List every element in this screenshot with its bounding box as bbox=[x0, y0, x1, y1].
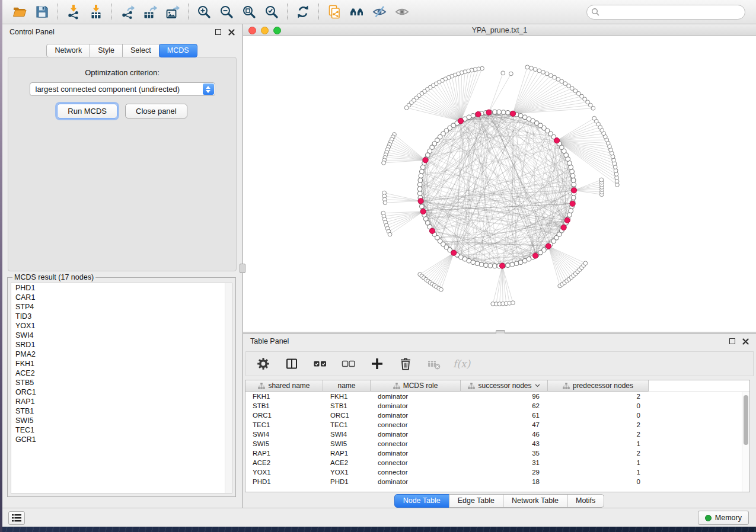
mcds-node-item[interactable]: FKH1 bbox=[11, 359, 232, 368]
show-panels-button[interactable] bbox=[8, 511, 25, 525]
mcds-list-scrollbar[interactable] bbox=[225, 283, 232, 493]
column-header-shared-name[interactable]: shared name bbox=[245, 380, 323, 392]
close-panel-button[interactable]: Close panel bbox=[125, 104, 187, 118]
table-row[interactable]: YOX1YOX1connector291 bbox=[245, 467, 749, 477]
table-scrollbar-thumb[interactable] bbox=[744, 395, 748, 445]
table-row[interactable]: TEC1TEC1connector472 bbox=[245, 420, 749, 430]
table-cell: 61 bbox=[461, 412, 548, 419]
control-panel-tabs: NetworkStyleSelectMCDS bbox=[2, 44, 242, 57]
network-graph[interactable] bbox=[243, 36, 756, 332]
first-neighbors-icon[interactable] bbox=[347, 2, 366, 21]
table-cell: SWI5 bbox=[245, 440, 323, 447]
select-all-columns-icon[interactable] bbox=[311, 354, 330, 373]
close-panel-icon[interactable] bbox=[228, 29, 235, 36]
column-header-name[interactable]: name bbox=[323, 380, 371, 392]
tab-network-table[interactable]: Network Table bbox=[503, 494, 567, 508]
column-header-filler bbox=[649, 380, 749, 392]
column-header-mcds-role[interactable]: MCDS role bbox=[371, 380, 461, 392]
mcds-node-item[interactable]: TID3 bbox=[11, 312, 232, 321]
show-column-panel-icon[interactable] bbox=[282, 354, 301, 373]
import-network-icon[interactable] bbox=[64, 2, 83, 21]
close-panel-icon[interactable] bbox=[742, 338, 749, 345]
mcds-node-item[interactable]: STP4 bbox=[11, 302, 232, 312]
table-cell: 47 bbox=[461, 421, 548, 428]
mcds-node-item[interactable]: STB5 bbox=[11, 378, 232, 387]
unselect-all-columns-icon[interactable] bbox=[339, 354, 358, 373]
table-cell: ORC1 bbox=[323, 412, 371, 419]
table-row[interactable]: FKH1FKH1dominator962 bbox=[245, 392, 749, 401]
vertical-splitter-handle[interactable] bbox=[240, 264, 245, 273]
mcds-node-item[interactable]: CAR1 bbox=[11, 293, 232, 302]
mcds-node-item[interactable]: SWI5 bbox=[11, 416, 232, 425]
export-network-icon[interactable] bbox=[118, 2, 137, 21]
mcds-node-item[interactable]: GCR1 bbox=[11, 435, 232, 444]
create-column-icon[interactable] bbox=[368, 354, 387, 373]
export-table-icon[interactable] bbox=[141, 2, 160, 21]
table-row[interactable]: RAP1RAP1dominator352 bbox=[245, 448, 749, 458]
table-cell: 0 bbox=[548, 478, 649, 485]
table-cell: SWI4 bbox=[245, 431, 323, 438]
hide-selected-icon[interactable] bbox=[370, 2, 389, 21]
table-cell: dominator bbox=[371, 431, 461, 438]
table-cell: dominator bbox=[371, 393, 461, 400]
mcds-node-item[interactable]: RAP1 bbox=[11, 397, 232, 406]
node-table[interactable]: shared namenameMCDS rolesuccessor nodesp… bbox=[245, 380, 750, 492]
tab-edge-table[interactable]: Edge Table bbox=[449, 494, 503, 508]
memory-button[interactable]: Memory bbox=[698, 511, 749, 525]
table-cell: 2 bbox=[548, 431, 649, 438]
main-toolbar bbox=[2, 0, 756, 24]
tab-network[interactable]: Network bbox=[46, 44, 90, 57]
table-cell: STB1 bbox=[245, 402, 323, 409]
table-row[interactable]: PHD1PHD1dominator180 bbox=[245, 477, 749, 486]
run-mcds-button[interactable]: Run MCDS bbox=[57, 104, 117, 118]
tab-select[interactable]: Select bbox=[122, 44, 160, 57]
export-image-icon[interactable] bbox=[163, 2, 182, 21]
mcds-result-list[interactable]: PHD1CAR1STP4TID3YOX1SWI4SRD1PMA2FKH1ACE2… bbox=[11, 283, 232, 493]
float-panel-icon[interactable] bbox=[729, 338, 735, 344]
tab-node-table[interactable]: Node Table bbox=[394, 494, 449, 508]
table-row[interactable]: ORC1ORC1dominator610 bbox=[245, 411, 749, 420]
mcds-node-item[interactable]: STB1 bbox=[11, 406, 232, 416]
save-session-icon[interactable] bbox=[33, 2, 52, 21]
zoom-out-icon[interactable] bbox=[217, 2, 236, 21]
mcds-node-item[interactable]: PMA2 bbox=[11, 350, 232, 359]
table-row[interactable]: ACE2ACE2connector311 bbox=[245, 458, 749, 467]
table-settings-icon[interactable] bbox=[254, 354, 273, 373]
table-row[interactable]: SWI5SWI5connector431 bbox=[245, 439, 749, 448]
table-scrollbar[interactable] bbox=[742, 392, 749, 492]
table-panel-titlebar: Table Panel bbox=[243, 334, 756, 349]
mcds-tab-content: Optimization criterion: largest connecte… bbox=[8, 57, 237, 271]
mcds-node-item[interactable]: SRD1 bbox=[11, 340, 232, 350]
table-cell: connector bbox=[371, 440, 461, 447]
zoom-in-icon[interactable] bbox=[194, 2, 213, 21]
search-input[interactable] bbox=[586, 5, 745, 20]
network-canvas[interactable] bbox=[243, 36, 756, 332]
mcds-node-item[interactable]: ACE2 bbox=[11, 368, 232, 378]
node-table-header: shared namenameMCDS rolesuccessor nodesp… bbox=[245, 380, 749, 392]
zoom-selected-icon[interactable] bbox=[262, 2, 281, 21]
open-session-icon[interactable] bbox=[10, 2, 29, 21]
column-header-successor-nodes[interactable]: successor nodes bbox=[461, 380, 548, 392]
show-all-icon[interactable] bbox=[393, 2, 412, 21]
mcds-node-item[interactable]: SWI4 bbox=[11, 331, 232, 340]
float-panel-icon[interactable] bbox=[215, 29, 221, 35]
optimization-criterion-select[interactable]: largest connected component (undirected) bbox=[30, 82, 215, 96]
mcds-node-item[interactable]: PHD1 bbox=[11, 283, 232, 293]
toolbar-separator bbox=[58, 4, 58, 20]
node-table-body: FKH1FKH1dominator962STB1STB1dominator620… bbox=[245, 392, 749, 486]
zoom-fit-icon[interactable] bbox=[240, 2, 259, 21]
table-row[interactable]: STB1STB1dominator620 bbox=[245, 401, 749, 411]
delete-column-icon[interactable] bbox=[396, 354, 415, 373]
duplicate-network-icon[interactable] bbox=[325, 2, 344, 21]
tab-mcds[interactable]: MCDS bbox=[159, 44, 197, 57]
tab-motifs[interactable]: Motifs bbox=[567, 494, 604, 508]
column-header-predecessor-nodes[interactable]: predecessor nodes bbox=[548, 380, 649, 392]
mcds-node-item[interactable]: YOX1 bbox=[11, 321, 232, 331]
mcds-node-item[interactable]: ORC1 bbox=[11, 387, 232, 397]
table-row[interactable]: SWI4SWI4dominator462 bbox=[245, 430, 749, 439]
network-titlebar[interactable]: YPA_prune.txt_1 bbox=[243, 24, 756, 36]
apply-layout-icon[interactable] bbox=[294, 2, 312, 21]
tab-style[interactable]: Style bbox=[90, 44, 123, 57]
import-table-icon[interactable] bbox=[87, 2, 106, 21]
mcds-node-item[interactable]: TEC1 bbox=[11, 425, 232, 435]
